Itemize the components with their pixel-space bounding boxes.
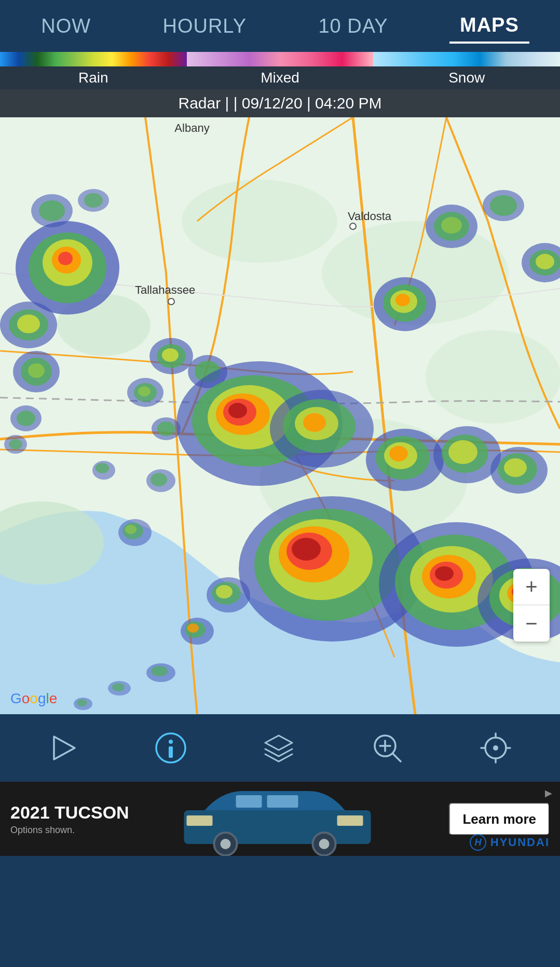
legend-snow-colors [373,52,560,66]
legend-labels: Rain Mixed Snow [0,66,560,89]
svg-point-126 [221,839,231,849]
svg-rect-131 [187,815,213,826]
svg-text:Albany: Albany [174,121,209,134]
hyundai-logo-icon: H [470,834,486,851]
ad-model-name: 2021 TUCSON [10,802,129,823]
svg-point-118 [493,745,498,751]
map-svg: Albany Valdosta Tallahassee [0,117,560,714]
svg-point-4 [322,221,509,325]
layers-icon [262,731,295,765]
ad-banner: ▶ 2021 TUCSON Options shown. Learn more [0,782,560,856]
hyundai-brand-text: HYUNDAI [490,836,550,849]
svg-rect-132 [337,815,363,826]
svg-line-114 [393,754,401,761]
svg-point-128 [319,839,330,849]
radar-info-bar: Radar | | 09/12/20 | 04:20 PM [0,89,560,117]
svg-point-3 [182,180,337,263]
svg-point-11 [168,298,174,305]
location-icon [479,731,512,765]
ad-text-block: 2021 TUCSON Options shown. [0,795,140,843]
info-icon [154,731,187,765]
map-container[interactable]: Albany Valdosta Tallahassee [0,117,560,714]
svg-rect-112 [169,746,173,758]
svg-marker-109 [54,737,75,759]
ad-brand: H HYUNDAI [470,834,550,851]
svg-text:Tallahassee: Tallahassee [135,283,195,296]
search-icon [371,731,404,765]
svg-point-2 [57,294,151,356]
nav-maps[interactable]: MAPS [449,9,529,44]
nav-now[interactable]: NOW [31,10,101,43]
svg-text:Valdosta: Valdosta [348,210,392,223]
google-logo: Google [10,690,57,707]
svg-text:▶: ▶ [545,788,552,798]
play-icon [48,732,79,764]
legend-mixed-colors [187,52,374,66]
svg-point-5 [426,330,560,424]
zoom-controls: + − [513,569,550,642]
info-button[interactable] [154,731,187,765]
svg-text:H: H [474,837,482,848]
zoom-out-button[interactable]: − [513,605,550,642]
legend-rain-colors [0,52,187,66]
svg-rect-129 [267,795,298,808]
mixed-label: Mixed [187,70,374,86]
rain-label: Rain [0,70,187,86]
svg-rect-130 [236,795,262,808]
ad-options-note: Options shown. [10,825,129,836]
legend-color-bar [0,52,560,66]
layers-button[interactable] [262,731,295,765]
svg-point-9 [350,223,356,229]
location-button[interactable] [479,731,512,765]
learn-more-button[interactable]: Learn more [449,802,550,835]
bottom-toolbar [0,714,560,782]
zoom-in-button[interactable]: + [513,569,550,605]
top-navigation: NOW HOURLY 10 DAY MAPS [0,0,560,52]
svg-point-111 [169,740,173,744]
nav-10day[interactable]: 10 DAY [308,10,398,43]
nav-hourly[interactable]: HOURLY [152,10,257,43]
search-button[interactable] [371,731,404,765]
snow-label: Snow [373,70,560,86]
svg-rect-124 [184,810,371,844]
ad-info-icon[interactable]: ▶ [541,786,556,803]
play-button[interactable] [48,732,79,764]
ad-car-image [114,782,441,856]
